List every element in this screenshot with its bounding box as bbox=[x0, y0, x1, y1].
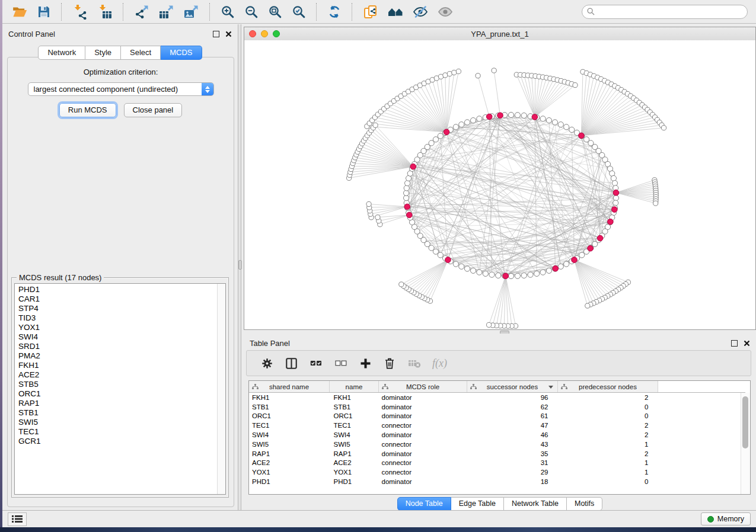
mcds-result-item[interactable]: SRD1 bbox=[15, 342, 217, 351]
mcds-result-item[interactable]: STB5 bbox=[15, 380, 217, 389]
mcds-result-item[interactable]: SWI4 bbox=[15, 332, 217, 342]
delete-table-icon bbox=[408, 358, 421, 368]
run-mcds-button[interactable]: Run MCDS bbox=[59, 103, 116, 117]
function-builder-button[interactable]: f(x) bbox=[432, 357, 447, 370]
table-row[interactable]: PHD1PHD1dominator180 bbox=[249, 477, 745, 486]
column-header-shared-name[interactable]: shared name bbox=[249, 381, 330, 393]
export-table-button[interactable] bbox=[158, 3, 176, 21]
memory-button[interactable]: Memory bbox=[701, 512, 751, 525]
mcds-result-item[interactable]: PMA2 bbox=[15, 351, 217, 361]
mcds-list-scrollbar[interactable] bbox=[217, 284, 225, 494]
cell-filler bbox=[658, 430, 746, 440]
optimization-criterion-select[interactable]: largest connected component (undirected) bbox=[28, 82, 214, 96]
tab-network-table[interactable]: Network Table bbox=[504, 497, 567, 511]
refresh-view-button[interactable] bbox=[326, 4, 343, 20]
column-header-successor-nodes[interactable]: successor nodes bbox=[467, 381, 558, 393]
export-table-icon bbox=[159, 4, 174, 20]
export-image-button[interactable] bbox=[183, 3, 200, 21]
clone-network-button[interactable] bbox=[362, 3, 379, 21]
tab-network[interactable]: Network bbox=[38, 46, 85, 60]
mcds-result-item[interactable]: GCR1 bbox=[15, 437, 217, 446]
table-row[interactable]: ORC1ORC1dominator610 bbox=[249, 412, 745, 421]
toolbar-separator bbox=[123, 3, 124, 21]
import-network-button[interactable] bbox=[71, 3, 89, 21]
tab-select[interactable]: Select bbox=[121, 46, 161, 60]
import-table-button[interactable] bbox=[96, 3, 114, 21]
column-layout-button[interactable] bbox=[285, 357, 298, 370]
table-scrollbar[interactable] bbox=[741, 393, 750, 494]
tab-style[interactable]: Style bbox=[85, 46, 121, 60]
network-canvas[interactable] bbox=[244, 40, 755, 329]
close-panel-button[interactable]: Close panel bbox=[124, 103, 183, 117]
cell-name: PHD1 bbox=[330, 477, 379, 486]
trash-icon bbox=[384, 357, 395, 369]
table-panel-title: Table Panel bbox=[250, 339, 731, 348]
table-row[interactable]: TEC1TEC1connector472 bbox=[249, 421, 745, 430]
table-row[interactable]: RAP1RAP1dominator352 bbox=[249, 449, 745, 459]
tab-edge-table[interactable]: Edge Table bbox=[451, 497, 504, 511]
cell-shared-name: FKH1 bbox=[249, 393, 330, 402]
mcds-result-item[interactable]: FKH1 bbox=[15, 361, 217, 370]
mcds-result-item[interactable]: STB1 bbox=[15, 408, 217, 418]
zoom-out-button[interactable] bbox=[243, 4, 260, 20]
cell-filler bbox=[658, 421, 746, 430]
table-row[interactable]: STB1STB1dominator620 bbox=[249, 402, 745, 412]
float-panel-icon[interactable] bbox=[213, 31, 219, 37]
float-panel-icon[interactable] bbox=[731, 340, 738, 347]
mcds-result-item[interactable]: RAP1 bbox=[15, 399, 217, 408]
save-session-button[interactable] bbox=[36, 4, 52, 20]
mcds-result-item[interactable]: ORC1 bbox=[15, 389, 217, 399]
column-header-predecessor-nodes[interactable]: predecessor nodes bbox=[558, 381, 658, 393]
mcds-result-item[interactable]: YOX1 bbox=[15, 323, 217, 332]
cell-shared-name: STB1 bbox=[249, 402, 330, 412]
close-panel-icon[interactable] bbox=[225, 31, 232, 37]
tab-node-table[interactable]: Node Table bbox=[397, 497, 451, 511]
table-row[interactable]: YOX1YOX1connector291 bbox=[249, 467, 745, 477]
table-row[interactable]: ACE2ACE2connector311 bbox=[249, 459, 745, 468]
cell-filler bbox=[658, 449, 746, 459]
mcds-result-item[interactable]: TID3 bbox=[15, 313, 217, 323]
cell-filler bbox=[658, 459, 746, 468]
zoom-in-button[interactable] bbox=[219, 4, 236, 20]
mcds-result-item[interactable]: ACE2 bbox=[15, 370, 217, 380]
mcds-result-list: PHD1CAR1STP4TID3YOX1SWI4SRD1PMA2FKH1ACE2… bbox=[15, 284, 217, 494]
mcds-result-item[interactable]: PHD1 bbox=[15, 285, 217, 294]
delete-table-button[interactable] bbox=[407, 357, 422, 370]
zoom-selected-button[interactable] bbox=[291, 4, 307, 20]
cell-name: STB1 bbox=[330, 402, 379, 412]
table-scrollbar-thumb[interactable] bbox=[742, 396, 748, 448]
table-row[interactable]: SWI4SWI4dominator462 bbox=[249, 430, 745, 440]
table-row[interactable]: FKH1FKH1dominator962 bbox=[249, 393, 745, 402]
show-all-button[interactable] bbox=[436, 3, 454, 21]
delete-columns-button[interactable] bbox=[383, 356, 396, 370]
mcds-result-item[interactable]: STP4 bbox=[15, 304, 217, 313]
task-history-button[interactable] bbox=[8, 512, 27, 526]
zoom-fit-button[interactable] bbox=[267, 4, 283, 20]
deselect-all-checkboxes-button[interactable] bbox=[334, 358, 348, 368]
column-header-MCDS-role[interactable]: MCDS role bbox=[379, 381, 467, 393]
search-input[interactable] bbox=[598, 7, 742, 17]
cell-MCDS-role: dominator bbox=[379, 393, 467, 402]
mcds-result-item[interactable]: CAR1 bbox=[15, 294, 217, 304]
tab-mcds[interactable]: MCDS bbox=[161, 46, 202, 60]
close-panel-icon[interactable] bbox=[744, 340, 750, 347]
eye-icon bbox=[438, 4, 453, 20]
toolbar-separator bbox=[209, 3, 210, 21]
add-column-button[interactable] bbox=[359, 357, 372, 370]
control-panel-tabs: NetworkStyleSelectMCDS bbox=[2, 46, 238, 60]
mcds-result-item[interactable]: SWI5 bbox=[15, 418, 217, 427]
cell-successor-nodes: 31 bbox=[467, 459, 558, 468]
table-row[interactable]: SWI5SWI5connector431 bbox=[249, 440, 745, 449]
open-file-button[interactable] bbox=[11, 3, 28, 21]
main-toolbar bbox=[2, 0, 756, 24]
desktop-edge-bottom bbox=[0, 527, 756, 532]
hide-selected-button[interactable] bbox=[412, 3, 429, 21]
export-network-button[interactable] bbox=[133, 3, 151, 21]
settings-gear-button[interactable] bbox=[260, 357, 274, 370]
column-header-name[interactable]: name bbox=[330, 381, 379, 393]
mcds-result-item[interactable]: TEC1 bbox=[15, 427, 217, 437]
tab-motifs[interactable]: Motifs bbox=[567, 497, 602, 511]
cell-name: RAP1 bbox=[330, 449, 379, 459]
select-all-checkboxes-button[interactable] bbox=[309, 358, 323, 368]
first-neighbors-button[interactable] bbox=[387, 3, 404, 21]
